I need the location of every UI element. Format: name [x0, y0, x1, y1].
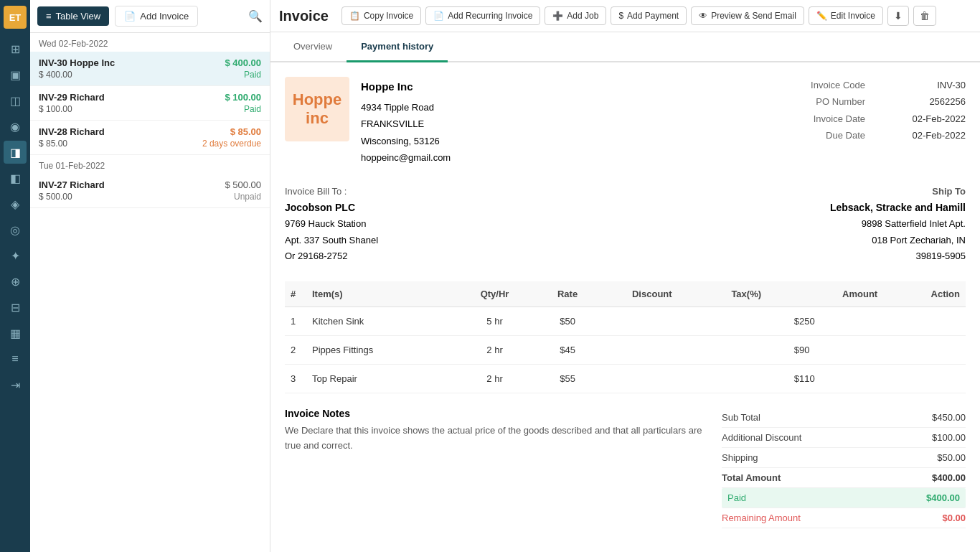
list-item[interactable]: INV-29 Richard $ 100.00 $ 100.00 Paid [30, 86, 270, 121]
invoice-totals: Sub Total $450.00 Additional Discount $1… [722, 408, 966, 528]
add-job-button[interactable]: ➕ Add Job [545, 6, 606, 25]
preview-icon: 👁 [699, 11, 707, 21]
remaining-amount-value: $0.00 [942, 513, 966, 523]
integration-icon[interactable]: ⊕ [4, 270, 27, 293]
tools-icon[interactable]: ✦ [4, 244, 27, 267]
row1-num: 1 [285, 307, 306, 335]
table-row: 1 Kitchen Sink 5 hr $50 $250 [285, 307, 966, 335]
copy-invoice-button[interactable]: 📋 Copy Invoice [341, 6, 421, 25]
report-icon[interactable]: ⊟ [4, 296, 27, 319]
tag-icon[interactable]: ◈ [4, 192, 27, 215]
additional-discount-value: $100.00 [932, 432, 966, 443]
company-address1: 4934 Tipple Road [361, 99, 451, 116]
notes-title: Invoice Notes [285, 408, 707, 419]
add-recurring-invoice-button[interactable]: 📄 Add Recurring Invoice [425, 6, 540, 25]
invoice-icon[interactable]: ◨ [4, 141, 27, 164]
row2-qty: 2 hr [454, 335, 535, 364]
calendar-icon[interactable]: ◫ [4, 89, 27, 112]
bill-to-name: Jocobson PLC [285, 200, 378, 217]
main-toolbar: Invoice 📋 Copy Invoice 📄 Add Recurring I… [270, 0, 980, 32]
copy-icon: 📋 [349, 11, 360, 21]
ship-to-address3: 39819-5905 [830, 248, 966, 264]
sub-total-value: $450.00 [932, 412, 966, 423]
row2-discount [600, 335, 705, 364]
invoice-body: Hoppeinc Hoppe Inc 4934 Tipple Road FRAN… [270, 62, 980, 552]
list-item[interactable]: INV-30 Hoppe Inc $ 400.00 $ 400.00 Paid [30, 52, 270, 86]
chart-icon[interactable]: ▣ [4, 63, 27, 86]
left-panel: ≡ Table View 📄 Add Invoice 🔍 Wed 02-Feb-… [30, 0, 270, 552]
bar-chart-icon[interactable]: ▦ [4, 322, 27, 345]
col-header-tax: Tax(%) [705, 281, 788, 307]
left-panel-header: ≡ Table View 📄 Add Invoice 🔍 [30, 0, 270, 33]
col-header-amount: Amount [788, 281, 883, 307]
list-icon[interactable]: ≡ [4, 347, 27, 370]
tab-overview[interactable]: Overview [279, 32, 347, 62]
notes-text: We Declare that this invoice shows the a… [285, 424, 707, 454]
users-icon[interactable]: ◉ [4, 115, 27, 138]
home-icon[interactable]: ⊞ [4, 37, 27, 60]
invoice-notes: Invoice Notes We Declare that this invoi… [285, 408, 707, 528]
row3-amount: $110 [788, 364, 883, 393]
edit-icon: ✏️ [816, 11, 827, 21]
team-icon[interactable]: ◎ [4, 218, 27, 241]
company-logo: Hoppeinc [285, 77, 349, 141]
bill-ship-section: Invoice Bill To : Jocobson PLC 9769 Hauc… [285, 184, 966, 264]
document-icon[interactable]: ◧ [4, 167, 27, 190]
ship-to-name: Lebsack, Stracke and Hamill [830, 200, 966, 217]
total-amount-value: $400.00 [932, 472, 966, 483]
invoice-name: INV-28 Richard [39, 126, 105, 137]
invoice-amount: $ 400.00 [225, 57, 261, 68]
main-content: Invoice 📋 Copy Invoice 📄 Add Recurring I… [270, 0, 980, 552]
shipping-label: Shipping [722, 452, 758, 463]
col-header-qty: Qty/Hr [454, 281, 535, 307]
due-date-value: 02-Feb-2022 [894, 127, 966, 144]
add-invoice-icon: 📄 [124, 11, 136, 22]
search-button[interactable]: 🔍 [248, 9, 263, 23]
add-payment-button[interactable]: $ Add Payment [611, 6, 687, 25]
status-badge: Paid [244, 70, 261, 80]
invoice-name: INV-27 Richard [39, 179, 105, 190]
col-header-num: # [285, 281, 306, 307]
invoice-meta: Invoice Code INV-30 PO Number 2562256 In… [811, 77, 966, 167]
table-view-button[interactable]: ≡ Table View [37, 6, 109, 26]
invoice-sub-amount: $ 400.00 [39, 70, 72, 80]
company-email: hoppeinc@gmail.com [361, 149, 451, 166]
download-button[interactable]: ⬇ [887, 6, 909, 26]
date-separator-wed: Wed 02-Feb-2022 [30, 33, 270, 52]
row2-item: Pippes Fittings [306, 335, 454, 364]
paid-label: Paid [727, 492, 746, 503]
shipping-row: Shipping $50.00 [722, 448, 966, 468]
tab-payment-history[interactable]: Payment history [347, 32, 448, 62]
invoice-sub-amount: $ 500.00 [39, 192, 72, 202]
row3-rate: $55 [535, 364, 600, 393]
shipping-value: $50.00 [937, 452, 966, 463]
delete-button[interactable]: 🗑 [913, 6, 936, 26]
edit-invoice-label: Edit Invoice [831, 11, 875, 21]
preview-send-email-button[interactable]: 👁 Preview & Send Email [691, 6, 804, 25]
row3-action [883, 364, 966, 393]
invoice-header: Hoppeinc Hoppe Inc 4934 Tipple Road FRAN… [285, 77, 966, 167]
logout-icon[interactable]: ⇥ [4, 373, 27, 396]
row3-num: 3 [285, 364, 306, 393]
list-item[interactable]: INV-27 Richard $ 500.00 $ 500.00 Unpaid [30, 174, 270, 208]
bill-to-address1: 9769 Hauck Station [285, 216, 378, 232]
row2-rate: $45 [535, 335, 600, 364]
list-item[interactable]: INV-28 Richard $ 85.00 $ 85.00 2 days ov… [30, 121, 270, 155]
invoice-amount: $ 100.00 [225, 92, 261, 103]
payment-icon: $ [618, 11, 623, 21]
row3-tax [705, 364, 788, 393]
ship-to-label: Ship To [830, 184, 966, 200]
ship-to-address2: 018 Port Zechariah, IN [830, 233, 966, 248]
row3-qty: 2 hr [454, 364, 535, 393]
row1-amount: $250 [788, 307, 883, 335]
additional-discount-row: Additional Discount $100.00 [722, 428, 966, 448]
edit-invoice-button[interactable]: ✏️ Edit Invoice [809, 6, 883, 25]
row1-action [883, 307, 966, 335]
page-title: Invoice [279, 8, 329, 24]
ship-to-address1: 9898 Satterfield Inlet Apt. [830, 216, 966, 232]
add-invoice-button[interactable]: 📄 Add Invoice [115, 6, 198, 27]
additional-discount-label: Additional Discount [722, 432, 801, 443]
tabs-bar: Overview Payment history [270, 32, 980, 62]
add-job-label: Add Job [567, 11, 598, 21]
sub-total-row: Sub Total $450.00 [722, 408, 966, 428]
